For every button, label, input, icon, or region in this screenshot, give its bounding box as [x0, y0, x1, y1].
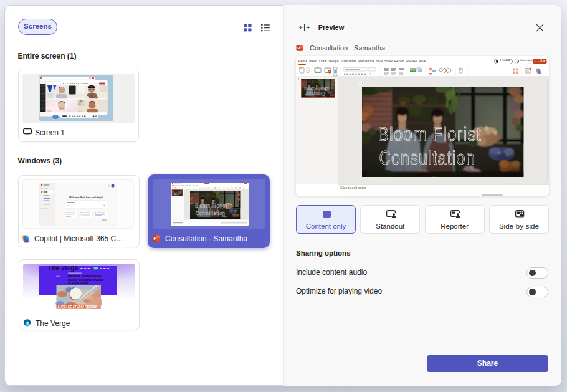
svg-text:review: a beautiful invader: review: a beautiful invader	[68, 278, 103, 281]
svg-text:The Verge: The Verge	[48, 266, 78, 272]
svg-text:Welcome Mimi, how can I help?: Welcome Mimi, how can I help?	[69, 196, 103, 199]
svg-text:P: P	[154, 236, 157, 241]
svg-text:P: P	[297, 45, 300, 50]
svg-text:SURFACE STUDIO REVIEW: SURFACE STUDIO REVIEW	[57, 305, 97, 308]
svg-text:of Apple's base: of Apple's base	[68, 282, 88, 285]
svg-text:Microsoft Surface Studio: Microsoft Surface Studio	[68, 275, 102, 278]
